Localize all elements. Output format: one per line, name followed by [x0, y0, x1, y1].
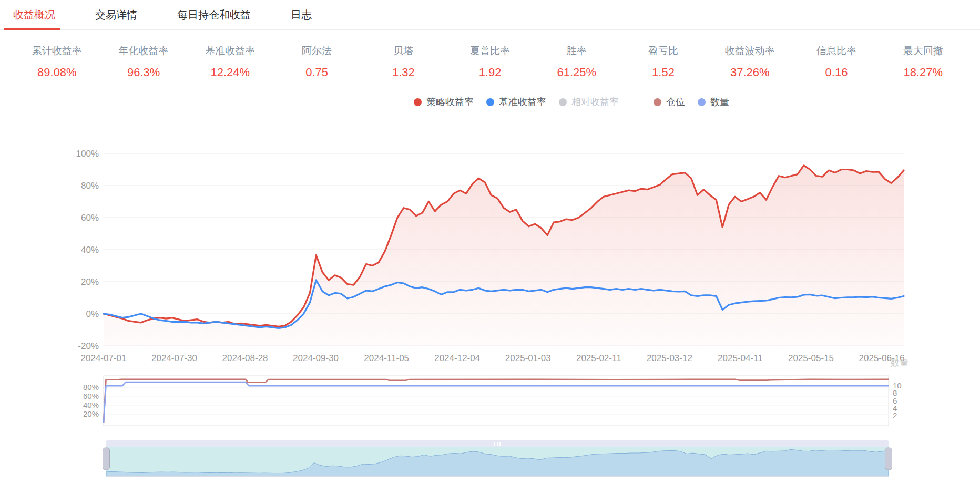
brush-handle-right[interactable] [885, 448, 892, 470]
datazoom-brush [103, 440, 892, 477]
tab-bar: 收益概况交易详情每日持仓和收益日志 [0, 0, 980, 30]
metric-value: 0.75 [273, 66, 360, 79]
metric-value: 61.25% [533, 66, 620, 79]
x-axis-tick-label: 2025-04-11 [718, 353, 763, 363]
legend-dot-icon [559, 98, 567, 106]
legend-item-label: 策略收益率 [426, 96, 474, 108]
metric-item: 收益波动率37.26% [707, 44, 793, 79]
metric-value: 37.26% [707, 66, 793, 79]
quantity-axis-tick-label: 10 [893, 381, 902, 390]
metric-item: 累计收益率89.08% [14, 44, 100, 79]
position-quantity-chart: 20%40%60%80%246810数量 [83, 358, 908, 426]
y-axis-tick-label: 80% [81, 181, 99, 191]
metric-item: 最大回撤18.27% [880, 44, 966, 79]
legend-item[interactable]: 相对收益率 [559, 96, 619, 108]
y-axis-tick-label: -20% [78, 341, 99, 351]
metric-label: 盈亏比 [620, 44, 707, 58]
position-axis-tick-label: 20% [83, 409, 99, 418]
metric-label: 累计收益率 [14, 44, 100, 58]
metric-value: 18.27% [880, 66, 966, 79]
backtest-report-page: 收益概况交易详情每日持仓和收益日志 累计收益率89.08%年化收益率96.3%基… [0, 0, 980, 484]
legend-dot-icon [486, 98, 494, 106]
position-axis-tick-label: 60% [83, 392, 99, 400]
x-axis-tick-label: 2024-09-30 [293, 353, 339, 363]
metric-label: 收益波动率 [707, 44, 793, 58]
mini-chart-frame [104, 376, 889, 426]
metric-value: 0.16 [793, 66, 880, 79]
legend-item-label: 仓位 [666, 96, 685, 108]
position-axis-tick-label: 40% [83, 400, 99, 409]
main-return-chart: 100%80%60%40%20%0%-20%2024-07-012024-07-… [76, 149, 905, 363]
metric-item: 盈亏比1.52 [620, 44, 707, 79]
metric-label: 阿尔法 [273, 44, 360, 58]
legend-item[interactable]: 仓位 [654, 96, 685, 108]
metric-value: 89.08% [14, 66, 100, 79]
brush-grip-icon [494, 442, 495, 446]
metric-label: 基准收益率 [187, 44, 273, 58]
metric-item: 胜率61.25% [533, 44, 620, 79]
y-axis-tick-label: 100% [76, 149, 99, 159]
tab-overview[interactable]: 收益概况 [13, 0, 55, 29]
metric-value: 1.92 [447, 66, 534, 79]
x-axis-tick-label: 2024-11-05 [364, 353, 409, 363]
x-axis-tick-label: 2024-07-30 [151, 353, 197, 363]
legend-group: 仓位数量 [654, 96, 729, 108]
brush-grip-icon [499, 442, 501, 446]
legend-dot-icon [654, 98, 661, 106]
legend-item-label: 相对收益率 [571, 96, 619, 108]
metric-label: 最大回撤 [880, 44, 966, 58]
legend-dot-icon [414, 98, 422, 106]
x-axis-tick-label: 2025-01-03 [505, 353, 551, 363]
metric-value: 12.24% [187, 66, 273, 79]
y-axis-tick-label: 60% [81, 213, 99, 223]
metric-value: 1.32 [360, 66, 447, 79]
x-axis-tick-label: 2024-12-04 [434, 353, 480, 363]
metric-label: 贝塔 [360, 44, 447, 58]
metric-item: 贝塔1.32 [360, 44, 447, 79]
metric-item: 年化收益率96.3% [100, 44, 187, 79]
metric-item: 基准收益率12.24% [187, 44, 273, 79]
legend-item[interactable]: 基准收益率 [486, 96, 546, 108]
tab-daily-positions[interactable]: 每日持仓和收益 [177, 0, 251, 29]
main-chart-hover-canvas[interactable] [104, 153, 904, 346]
x-axis-tick-label: 2024-07-01 [81, 353, 127, 363]
y-axis-tick-label: 0% [86, 309, 99, 319]
y-axis-tick-label: 20% [81, 277, 99, 287]
legend-dot-icon [698, 98, 706, 106]
quantity-axis-name: 数量 [890, 358, 908, 368]
legend-item[interactable]: 策略收益率 [414, 96, 474, 108]
metric-item: 信息比率0.16 [793, 44, 880, 79]
x-axis-tick-label: 2025-03-12 [647, 353, 692, 363]
metric-item: 阿尔法0.75 [273, 44, 360, 79]
legend-item[interactable]: 数量 [698, 96, 729, 108]
y-axis-tick-label: 40% [81, 245, 99, 255]
legend-item-label: 数量 [710, 96, 729, 108]
tab-logs[interactable]: 日志 [291, 0, 312, 29]
brush-handle-left[interactable] [103, 448, 110, 470]
metric-value: 1.52 [620, 66, 707, 79]
x-axis-tick-label: 2025-05-15 [788, 353, 834, 363]
metric-item: 夏普比率1.92 [447, 44, 534, 79]
position-axis-tick-label: 80% [83, 383, 99, 392]
metric-label: 胜率 [533, 44, 620, 58]
brush-selected-overlay [106, 447, 889, 476]
metrics-row: 累计收益率89.08%年化收益率96.3%基准收益率12.24%阿尔法0.75贝… [0, 44, 980, 79]
metric-label: 年化收益率 [100, 44, 187, 58]
metric-label: 夏普比率 [447, 44, 534, 58]
metric-label: 信息比率 [793, 44, 880, 58]
x-axis-tick-label: 2025-02-11 [576, 353, 621, 363]
metric-value: 96.3% [100, 66, 187, 79]
x-axis-tick-label: 2024-08-28 [222, 353, 268, 363]
legend-item-label: 基准收益率 [499, 96, 546, 108]
chart-legend: 策略收益率基准收益率相对收益率仓位数量 [81, 96, 980, 108]
legend-group: 策略收益率基准收益率相对收益率 [414, 96, 619, 108]
tab-trade-details[interactable]: 交易详情 [95, 0, 137, 29]
brush-grip-icon [497, 442, 498, 446]
